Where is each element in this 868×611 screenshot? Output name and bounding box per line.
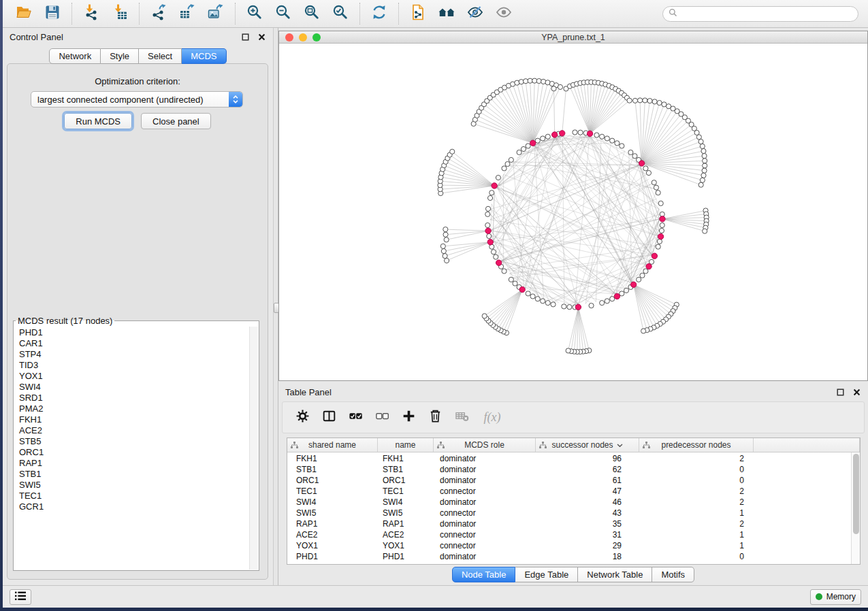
mcds-result-item[interactable]: STP4 [14, 349, 248, 360]
tab-network-table[interactable]: Network Table [578, 567, 652, 582]
ring-node[interactable] [628, 150, 633, 154]
leaf-node[interactable] [652, 99, 657, 104]
leaf-node[interactable] [701, 173, 706, 178]
leaf-node[interactable] [698, 182, 703, 187]
ring-node[interactable] [487, 233, 492, 238]
tab-motifs[interactable]: Motifs [652, 567, 694, 582]
mcds-hub-node[interactable] [560, 131, 565, 136]
cell-mcds-role[interactable]: dominator [434, 465, 536, 474]
ring-node[interactable] [578, 130, 583, 135]
show-columns-button[interactable] [321, 410, 337, 426]
mcds-hub-node[interactable] [639, 161, 644, 166]
hide-selected-button[interactable] [461, 2, 489, 25]
mcds-hub-node[interactable] [652, 253, 657, 259]
cell-shared-name[interactable]: RAP1 [287, 519, 378, 529]
leaf-node[interactable] [551, 86, 556, 91]
ring-node[interactable] [530, 294, 535, 299]
table-scrollbar[interactable] [851, 452, 860, 564]
ring-node[interactable] [637, 277, 641, 282]
leaf-node[interactable] [558, 84, 562, 89]
mcds-result-item[interactable]: TID3 [14, 360, 248, 371]
close-window-icon[interactable] [285, 33, 293, 42]
tab-select[interactable]: Select [139, 48, 182, 64]
mcds-hub-node[interactable] [519, 286, 525, 292]
ring-node[interactable] [600, 134, 605, 139]
mcds-hub-node[interactable] [575, 304, 581, 310]
mcds-hub-node[interactable] [552, 132, 558, 137]
cell-shared-name[interactable]: ACE2 [287, 530, 378, 540]
table-row[interactable]: ORC1ORC1dominator610 [287, 475, 860, 486]
open-session-button[interactable] [10, 2, 38, 25]
mcds-result-item[interactable]: CAR1 [14, 338, 248, 349]
table-row[interactable]: YOX1YOX1connector291 [287, 540, 860, 551]
mcds-result-item[interactable]: SWI4 [14, 382, 248, 393]
import-network-from-file-button[interactable] [77, 2, 106, 25]
cell-shared-name[interactable]: SWI5 [287, 508, 378, 518]
cell-successor-nodes[interactable]: 61 [536, 476, 639, 485]
cell-predecessor-nodes[interactable]: 0 [639, 465, 754, 474]
mcds-hub-node[interactable] [646, 263, 652, 269]
float-panel-icon[interactable] [241, 33, 250, 42]
ring-node[interactable] [573, 130, 577, 135]
memory-button[interactable]: Memory [810, 589, 861, 605]
ring-node[interactable] [487, 195, 492, 200]
leaf-node[interactable] [698, 139, 703, 144]
table-row[interactable]: FKH1FKH1dominator962 [287, 453, 860, 464]
ring-node[interactable] [646, 171, 651, 176]
mcds-hub-node[interactable] [658, 234, 663, 240]
ring-node[interactable] [600, 301, 605, 306]
float-table-panel-icon[interactable] [836, 388, 845, 397]
mcds-result-item[interactable]: ORC1 [14, 447, 248, 458]
zoom-out-button[interactable] [269, 2, 298, 25]
mcds-result-item[interactable]: PHD1 [14, 327, 248, 338]
ring-node[interactable] [509, 157, 513, 162]
network-window-titlebar[interactable]: YPA_prune.txt_1 [279, 31, 867, 44]
mcds-result-item[interactable]: YOX1 [14, 371, 248, 382]
cell-successor-nodes[interactable]: 31 [536, 530, 639, 540]
ring-node[interactable] [659, 228, 664, 233]
ring-node[interactable] [545, 301, 550, 306]
cell-mcds-role[interactable]: dominator [434, 497, 536, 507]
ring-node[interactable] [502, 269, 507, 274]
leaf-node[interactable] [702, 154, 707, 159]
mcds-result-item[interactable]: FKH1 [14, 414, 248, 425]
create-new-column-button[interactable] [400, 410, 417, 426]
ring-node[interactable] [541, 136, 545, 141]
cell-predecessor-nodes[interactable]: 1 [639, 541, 754, 550]
select-all-rows-button[interactable] [347, 410, 364, 426]
mcds-list-scrollbar[interactable] [249, 327, 258, 569]
tab-mcds[interactable]: MCDS [182, 48, 226, 64]
tab-network[interactable]: Network [49, 48, 101, 64]
leaf-node[interactable] [443, 254, 447, 259]
table-row[interactable]: SWI5SWI5connector431 [287, 508, 860, 518]
leaf-node[interactable] [700, 144, 705, 148]
leaf-node[interactable] [702, 168, 707, 173]
ring-node[interactable] [502, 166, 507, 171]
ring-node[interactable] [658, 201, 663, 205]
cell-predecessor-nodes[interactable]: 2 [639, 519, 754, 529]
cell-successor-nodes[interactable]: 43 [536, 508, 639, 518]
cell-successor-nodes[interactable]: 46 [536, 497, 639, 507]
leaf-node[interactable] [638, 98, 643, 103]
first-neighbors-button[interactable] [432, 2, 461, 25]
cell-mcds-role[interactable]: dominator [434, 476, 536, 485]
ring-node[interactable] [485, 222, 490, 227]
cell-shared-name[interactable]: FKH1 [287, 454, 378, 463]
maximize-window-icon[interactable] [312, 33, 321, 42]
ring-node[interactable] [656, 191, 660, 195]
close-panel-icon[interactable] [257, 33, 266, 42]
leaf-node[interactable] [703, 159, 707, 163]
cell-name[interactable]: YOX1 [378, 541, 434, 550]
ring-node[interactable] [589, 303, 594, 308]
mcds-hub-node[interactable] [614, 293, 620, 299]
cell-name[interactable]: ORC1 [378, 476, 434, 485]
ring-node[interactable] [535, 297, 540, 301]
leaf-node[interactable] [701, 148, 706, 153]
leaf-node[interactable] [482, 314, 487, 318]
cell-predecessor-nodes[interactable]: 1 [639, 508, 754, 518]
ring-node[interactable] [513, 281, 517, 286]
cell-mcds-role[interactable]: dominator [434, 519, 536, 529]
ring-node[interactable] [640, 273, 645, 278]
run-mcds-button[interactable]: Run MCDS [64, 113, 132, 129]
ring-node[interactable] [624, 288, 628, 293]
